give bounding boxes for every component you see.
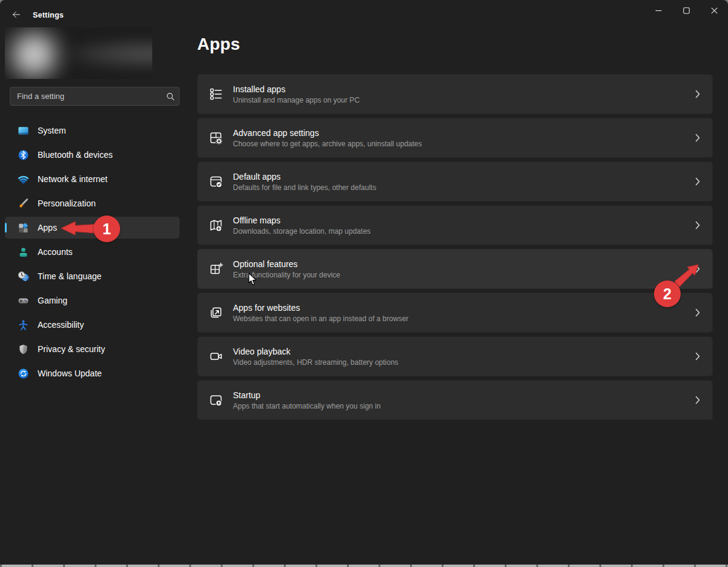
row-title: Default apps — [233, 172, 376, 182]
network-icon — [17, 173, 29, 185]
titlebar: Settings — [0, 0, 728, 29]
gaming-icon — [17, 294, 29, 307]
maximize-button[interactable] — [672, 0, 700, 21]
chevron-right-icon — [694, 352, 701, 361]
row-subtitle: Apps that start automatically when you s… — [233, 402, 380, 410]
settings-row-default-apps[interactable]: Default appsDefaults for file and link t… — [197, 161, 713, 202]
advanced-app-settings-icon — [209, 131, 223, 145]
minimize-button[interactable] — [644, 0, 672, 21]
sidebar-item-label: Apps — [38, 223, 57, 233]
windows-update-icon — [17, 367, 29, 379]
default-apps-icon — [209, 174, 223, 189]
startup-icon — [209, 393, 223, 407]
apps-icon — [17, 222, 29, 234]
settings-row-optional-features[interactable]: Optional featuresExtra functionality for… — [197, 249, 713, 289]
sidebar-item-label: Gaming — [38, 296, 67, 305]
settings-row-startup[interactable]: StartupApps that start automatically whe… — [197, 380, 713, 420]
row-title: Apps for websites — [233, 303, 408, 313]
username-blur — [59, 38, 152, 70]
row-title: Installed apps — [233, 84, 360, 94]
row-title: Startup — [233, 390, 380, 400]
sidebar-item-label: System — [38, 126, 66, 135]
sidebar-item-network-internet[interactable]: Network & internet — [5, 168, 180, 190]
sidebar-item-system[interactable]: System — [5, 120, 180, 141]
sidebar-item-windows-update[interactable]: Windows Update — [5, 362, 180, 384]
row-subtitle: Defaults for file and link types, other … — [233, 183, 376, 192]
row-title: Offline maps — [233, 216, 371, 225]
taskbar-sliver — [0, 565, 728, 567]
chevron-right-icon — [694, 134, 701, 142]
row-subtitle: Downloads, storage location, map updates — [233, 227, 371, 236]
row-text: Video playbackVideo adjustments, HDR str… — [233, 347, 399, 367]
chevron-right-icon — [694, 396, 701, 404]
row-text: Installed appsUninstall and manage apps … — [233, 84, 360, 104]
sidebar-item-time-language[interactable]: Time & language — [5, 265, 180, 287]
search-input[interactable] — [10, 92, 162, 101]
window-title: Settings — [33, 11, 64, 19]
close-button[interactable] — [700, 0, 728, 21]
chevron-right-icon — [694, 90, 701, 98]
row-text: Apps for websitesWebsites that can open … — [233, 303, 408, 323]
chevron-right-icon — [694, 221, 701, 229]
user-profile-blurred[interactable] — [5, 27, 152, 79]
sidebar-item-accounts[interactable]: Accounts — [5, 241, 180, 263]
search-icon — [162, 92, 179, 101]
row-title: Advanced app settings — [233, 128, 422, 138]
sidebar-item-label: Accessibility — [38, 320, 84, 330]
sidebar-item-bluetooth-devices[interactable]: Bluetooth & devices — [5, 144, 180, 166]
row-text: Default appsDefaults for file and link t… — [233, 172, 376, 192]
optional-features-icon — [209, 262, 223, 276]
sidebar-item-label: Time & language — [38, 271, 101, 281]
row-subtitle: Video adjustments, HDR streaming, batter… — [233, 358, 399, 367]
row-title: Optional features — [233, 259, 340, 269]
personalization-icon — [17, 197, 29, 209]
settings-row-installed-apps[interactable]: Installed appsUninstall and manage apps … — [197, 74, 713, 114]
row-subtitle: Uninstall and manage apps on your PC — [233, 96, 360, 104]
sidebar-item-personalization[interactable]: Personalization — [5, 192, 180, 214]
window-controls — [644, 0, 728, 21]
offline-maps-icon — [209, 218, 223, 233]
sidebar-nav: SystemBluetooth & devicesNetwork & inter… — [5, 120, 180, 387]
accounts-icon — [17, 246, 29, 258]
minimize-icon — [655, 7, 662, 14]
sidebar-item-label: Network & internet — [38, 174, 107, 184]
chevron-right-icon — [694, 308, 701, 317]
row-text: Optional featuresExtra functionality for… — [233, 259, 340, 279]
accessibility-icon — [17, 319, 29, 331]
installed-apps-icon — [209, 87, 223, 101]
row-subtitle: Extra functionality for your device — [233, 271, 340, 279]
page-title: Apps — [197, 35, 240, 54]
sidebar-item-label: Windows Update — [38, 368, 102, 378]
maximize-icon — [683, 7, 690, 14]
apps-for-websites-icon — [209, 305, 223, 320]
selected-indicator — [5, 223, 7, 233]
close-icon — [711, 7, 718, 14]
settings-row-offline-maps[interactable]: Offline mapsDownloads, storage location,… — [197, 205, 713, 245]
back-button[interactable] — [6, 5, 27, 24]
system-icon — [17, 124, 29, 137]
time-language-icon — [17, 270, 29, 282]
settings-row-video-playback[interactable]: Video playbackVideo adjustments, HDR str… — [197, 336, 713, 376]
settings-row-advanced-app-settings[interactable]: Advanced app settingsChoose where to get… — [197, 118, 713, 158]
sidebar-item-label: Personalization — [38, 199, 96, 208]
video-playback-icon — [209, 349, 223, 364]
screen: Settings SystemBlu — [0, 0, 728, 567]
row-subtitle: Websites that can open in an app instead… — [233, 314, 408, 323]
privacy-security-icon — [17, 343, 29, 355]
bluetooth-icon — [17, 149, 29, 161]
sidebar-item-privacy-security[interactable]: Privacy & security — [5, 338, 180, 360]
settings-row-apps-for-websites[interactable]: Apps for websitesWebsites that can open … — [197, 293, 713, 333]
sidebar-item-label: Accounts — [38, 247, 73, 257]
search-box — [10, 87, 180, 106]
sidebar-item-apps[interactable]: Apps — [5, 217, 180, 239]
sidebar-item-label: Privacy & security — [38, 344, 105, 354]
sidebar-item-gaming[interactable]: Gaming — [5, 290, 180, 311]
back-arrow-icon — [12, 10, 21, 19]
row-text: StartupApps that start automatically whe… — [233, 390, 380, 410]
sidebar-item-label: Bluetooth & devices — [38, 150, 113, 160]
row-text: Offline mapsDownloads, storage location,… — [233, 216, 371, 236]
sidebar-item-accessibility[interactable]: Accessibility — [5, 314, 180, 336]
chevron-right-icon — [694, 265, 701, 273]
row-title: Video playback — [233, 347, 399, 356]
row-subtitle: Choose where to get apps, archive apps, … — [233, 140, 422, 148]
